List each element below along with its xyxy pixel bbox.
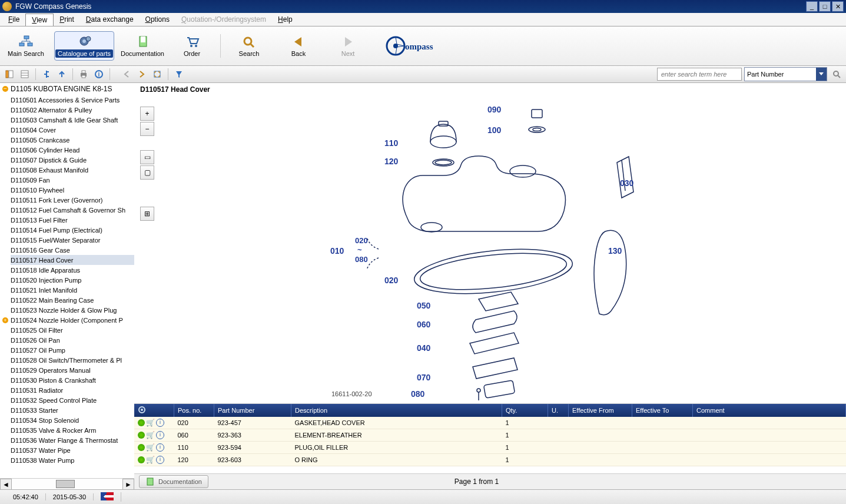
cart-icon[interactable]: 🛒 — [146, 419, 155, 427]
menu-file[interactable]: File — [2, 14, 25, 25]
tree-root[interactable]: D1105 KUBOTA ENGINE K8-1S — [0, 83, 134, 95]
tree-node[interactable]: D110530 Piston & Crankshaft — [11, 375, 134, 385]
tree-node[interactable]: D110512 Fuel Camshaft & Governor Sh — [11, 205, 134, 215]
gear-icon[interactable] — [138, 419, 145, 426]
tree-node[interactable]: D110537 Water Pipe — [11, 445, 134, 455]
info-icon[interactable]: i — [156, 431, 164, 439]
menu-data-exchange[interactable]: Data exchange — [80, 14, 140, 25]
cart-icon[interactable]: 🛒 — [146, 431, 155, 439]
info-icon[interactable]: i — [156, 419, 164, 427]
toolbar-search[interactable]: Search — [228, 31, 270, 61]
tree-h-scrollbar[interactable]: ◄ ► — [0, 478, 134, 489]
tree-node[interactable]: D110510 Flywheel — [11, 185, 134, 195]
tree-node[interactable]: D110505 Crankcase — [11, 135, 134, 145]
tree-node[interactable]: D110522 Main Bearing Case — [11, 295, 134, 305]
toolbar-back[interactable]: Back — [277, 31, 320, 61]
tree-node[interactable]: D110508 Exhaust Manifold — [11, 165, 134, 175]
zoom-in-button[interactable]: + — [140, 107, 154, 121]
tree-node[interactable]: D110533 Starter — [11, 405, 134, 415]
col-header[interactable]: U. — [548, 404, 569, 417]
search-input[interactable] — [657, 68, 742, 81]
zoom-out-button[interactable]: − — [140, 122, 154, 136]
scroll-left-icon[interactable]: ◄ — [0, 479, 12, 489]
filter-icon[interactable] — [172, 67, 186, 81]
tree-node[interactable]: D110509 Fan — [11, 175, 134, 185]
tree-node[interactable]: D110532 Speed Control Plate — [11, 395, 134, 405]
tree-node[interactable]: D110503 Camshaft & Idle Gear Shaft — [11, 115, 134, 125]
zoom-100-button[interactable]: ▢ — [140, 165, 154, 180]
print-icon[interactable] — [77, 67, 91, 81]
tree-node[interactable]: D110536 Water Flange & Thermostat — [11, 435, 134, 445]
tree-node[interactable]: D110534 Stop Solenoid — [11, 415, 134, 425]
tree-up-icon[interactable] — [55, 67, 69, 81]
cart-icon[interactable]: 🛒 — [146, 443, 155, 452]
gear-icon[interactable] — [138, 456, 145, 463]
toolbar-catalogue[interactable]: Catalogue of parts — [54, 31, 114, 61]
close-button[interactable]: ✕ — [832, 1, 844, 12]
col-header[interactable]: Description — [291, 404, 502, 417]
collapse-icon[interactable] — [2, 86, 8, 92]
menu-view[interactable]: View — [25, 14, 54, 26]
gear-icon[interactable] — [138, 444, 145, 451]
tree-node[interactable]: D110507 Dipstick & Guide — [11, 155, 134, 165]
table-row[interactable]: 🛒i060923-363ELEMENT-BREATHER1 — [134, 429, 846, 442]
tree-node[interactable]: D110518 Idle Apparatus — [11, 265, 134, 275]
tree-node[interactable]: D110515 Fuel/Water Separator — [11, 235, 134, 245]
col-header[interactable]: Comment — [693, 404, 846, 417]
col-header[interactable] — [134, 404, 174, 417]
tree-node[interactable]: D110527 Oil Pump — [11, 345, 134, 355]
view-list-icon[interactable] — [18, 67, 32, 81]
expand-icon[interactable]: + — [2, 317, 8, 323]
zoom-fit-button[interactable]: ▭ — [140, 150, 154, 164]
tree-node[interactable]: D110525 Oil Filter — [11, 325, 134, 335]
tree-node[interactable]: D110523 Nozzle Holder & Glow Plug — [11, 305, 134, 315]
tree-node[interactable]: D110528 Oil Switch/Thermometer & Pl — [11, 355, 134, 365]
table-row[interactable]: 🛒i120923-603O RING1 — [134, 454, 846, 466]
tree-node[interactable]: D110535 Valve & Rocker Arm — [11, 425, 134, 435]
col-header[interactable]: Qty. — [502, 404, 548, 417]
status-flag[interactable] — [94, 492, 121, 502]
menu-help[interactable]: Help — [272, 14, 298, 25]
info-icon[interactable]: i — [156, 443, 164, 452]
gear-icon[interactable] — [138, 432, 145, 439]
table-row[interactable]: 🛒i020923-457GASKET,HEAD COVER1 — [134, 417, 846, 429]
tree-node[interactable]: D110514 Fuel Pump (Electrical) — [11, 225, 134, 235]
tree-node[interactable]: D110521 Inlet Manifold — [11, 285, 134, 295]
documentation-button[interactable]: Documentation — [139, 475, 208, 488]
scroll-right-icon[interactable]: ► — [122, 479, 134, 489]
toolbar-order[interactable]: Order — [171, 31, 213, 61]
cart-icon[interactable]: 🛒 — [146, 456, 155, 464]
col-header[interactable]: Effective To — [632, 404, 693, 417]
tree-node[interactable]: D110502 Alternator & Pulley — [11, 105, 134, 115]
col-header[interactable]: Part Number — [214, 404, 291, 417]
tree-node[interactable]: D110511 Fork Lever (Governor) — [11, 195, 134, 205]
menu-options[interactable]: Options — [140, 14, 175, 25]
nav-next-icon[interactable] — [135, 67, 149, 81]
tree-node[interactable]: D110529 Operators Manual — [11, 365, 134, 375]
toolbar-documentation[interactable]: Documentation — [121, 31, 164, 61]
scroll-thumb[interactable] — [56, 480, 75, 488]
tree-node[interactable]: D110516 Gear Case — [11, 245, 134, 255]
col-header[interactable]: Pos. no. — [174, 404, 214, 417]
tree-node[interactable]: D110538 Water Pump — [11, 455, 134, 465]
view-left-icon[interactable] — [2, 67, 16, 81]
tree-node[interactable]: D110504 Cover — [11, 125, 134, 135]
minimize-button[interactable]: _ — [806, 1, 818, 12]
tree-node[interactable]: D110506 Cylinder Head — [11, 145, 134, 155]
tree-node[interactable]: D110526 Oil Pan — [11, 335, 134, 345]
nav-prev-icon[interactable] — [120, 67, 134, 81]
diagram-area[interactable]: + − ▭ ▢ ⊞ — [134, 96, 846, 403]
tree-node[interactable]: D110520 Injection Pump — [11, 275, 134, 285]
tree-node[interactable]: D110531 Radiator — [11, 385, 134, 395]
tree-node[interactable]: D110524 Nozzle Holder (Component P — [11, 315, 123, 325]
expand-icon[interactable] — [150, 67, 164, 81]
menu-print[interactable]: Print — [54, 14, 80, 25]
tree-node[interactable]: D110517 Head Cover — [11, 255, 134, 265]
tree-node[interactable]: D110513 Fuel Filter — [11, 215, 134, 225]
col-header[interactable]: Effective From — [569, 404, 632, 417]
info-icon[interactable]: i — [156, 456, 164, 464]
maximize-button[interactable]: □ — [819, 1, 831, 12]
search-type-select[interactable]: Part Number — [744, 67, 827, 81]
tree-collapse-icon[interactable] — [39, 67, 54, 81]
toolbar-main-search[interactable]: Main Search — [5, 31, 47, 61]
